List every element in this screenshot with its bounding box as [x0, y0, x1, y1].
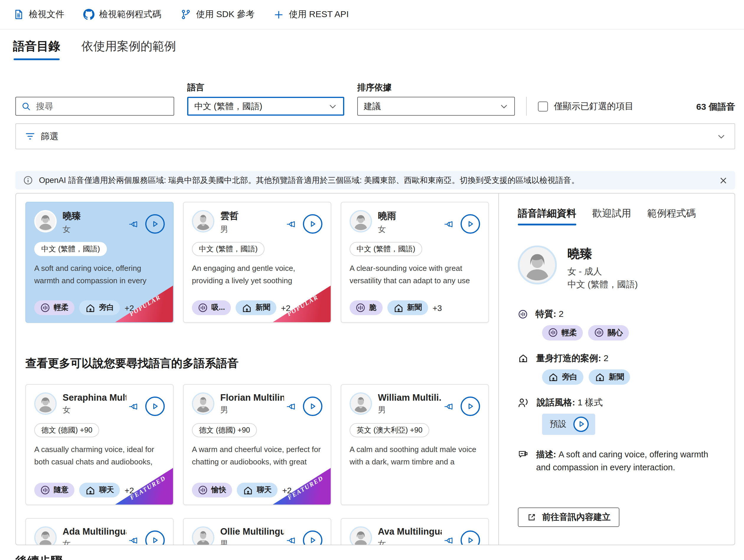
- go-to-audio-content-creation-button[interactable]: 前往音訊內容建立: [518, 508, 620, 527]
- pin-icon[interactable]: [443, 218, 454, 229]
- tab-voice-details[interactable]: 語音詳細資料: [518, 207, 576, 226]
- pin-icon[interactable]: [286, 535, 296, 545]
- chevron-down-icon[interactable]: [717, 132, 726, 141]
- close-icon[interactable]: [719, 176, 728, 185]
- play-button[interactable]: [145, 530, 165, 545]
- tab-samples-by-use-case[interactable]: 依使用案例的範例: [81, 38, 176, 60]
- voice-gender: 女: [63, 224, 81, 235]
- language-select[interactable]: 中文 (繁體，國語): [187, 97, 344, 116]
- sort-value: 建議: [364, 101, 381, 112]
- filter-label: 篩選: [41, 131, 59, 142]
- pin-icon[interactable]: [128, 218, 139, 229]
- voice-card-seraphina[interactable]: Seraphina Mult... 女 德文 (德國) +90 A casual…: [25, 384, 174, 505]
- play-button[interactable]: [145, 397, 165, 416]
- play-icon: [466, 219, 475, 228]
- voice-name: Seraphina Mult...: [63, 392, 126, 403]
- voice-icon: [518, 309, 528, 319]
- chevron-down-icon: [499, 102, 509, 111]
- top-toolbar: 檢視文件 檢視範例程式碼 使用 SDK 參考 使用 REST API: [0, 0, 744, 30]
- voice-card-grid-row3: Ada Multilingual 女 Ollie Multilingual: [25, 518, 489, 545]
- controls-row: . 語言 中文 (繁體，國語) 排序依據 建議 僅顯示已釘選的項目 63: [0, 82, 744, 116]
- play-button[interactable]: [460, 397, 480, 416]
- scenario-chip: 聊天: [237, 483, 277, 497]
- sort-select[interactable]: 建議: [357, 97, 515, 116]
- play-button[interactable]: [460, 530, 480, 545]
- language-chip: 德文 (德國) +90: [192, 423, 257, 437]
- voice-gender: 男: [220, 405, 284, 415]
- plus-icon: [273, 9, 284, 20]
- search-box: [15, 97, 174, 116]
- voice-gender: 女: [63, 405, 126, 415]
- trait-chip: 關心: [588, 325, 629, 340]
- home-person-icon: [85, 485, 96, 495]
- voice-card-grid-row1: 曉臻 女 中文 (繁體，國語) A soft and caring voice,…: [25, 202, 489, 323]
- pin-icon[interactable]: [128, 401, 139, 411]
- avatar: [192, 526, 214, 545]
- voice-gender: 男: [220, 539, 284, 545]
- language-label: 語言: [187, 82, 344, 93]
- view-docs-link[interactable]: 檢視文件: [13, 9, 64, 20]
- tab-try-it[interactable]: 歡迎試用: [592, 207, 631, 226]
- voice-card-yunzhe[interactable]: 雲哲 男 中文 (繁體，國語) An engaging and gentle v…: [183, 202, 331, 323]
- language-chip: 中文 (繁體，國語): [349, 242, 422, 256]
- voice-card-florian[interactable]: Florian Multilin... 男 德文 (德國) +90 A warm…: [183, 384, 331, 505]
- scenario-chip: 新聞: [387, 301, 428, 315]
- tab-voice-gallery[interactable]: 語音目錄: [13, 38, 60, 60]
- info-banner-text: OpenAI 語音僅適用於兩個服務區域: 瑞典中部及美國中北部。其他預覽語音適用…: [39, 175, 579, 186]
- sdk-reference-link[interactable]: 使用 SDK 參考: [180, 9, 255, 20]
- voice-card-william[interactable]: William Multili... 男 英文 (澳大利亞) +90 A cal…: [341, 384, 489, 505]
- voice-description: A clear-sounding voice with great versat…: [349, 262, 480, 288]
- rest-api-label: 使用 REST API: [289, 9, 349, 20]
- play-icon: [308, 219, 317, 228]
- voice-card-ava[interactable]: Ava Multilingual 女: [341, 518, 489, 545]
- tab-sample-code[interactable]: 範例程式碼: [647, 207, 696, 226]
- play-button[interactable]: [145, 214, 165, 234]
- voice-icon: [40, 485, 50, 495]
- language-chip: 英文 (澳大利亞) +90: [349, 423, 430, 437]
- play-icon: [466, 402, 475, 411]
- rest-api-link[interactable]: 使用 REST API: [273, 9, 349, 20]
- voice-card-ollie[interactable]: Ollie Multilingual 男: [183, 518, 331, 545]
- sort-label: 排序依據: [357, 82, 515, 93]
- voice-gallery-page: 檢視文件 檢視範例程式碼 使用 SDK 參考 使用 REST API 語音目錄 …: [0, 0, 744, 560]
- voice-card-xiaoyu[interactable]: 曉雨 女 中文 (繁體，國語) A clear-sounding voice w…: [341, 202, 489, 323]
- play-button[interactable]: [303, 214, 323, 234]
- voice-cards-area: 曉臻 女 中文 (繁體，國語) A soft and caring voice,…: [16, 194, 499, 545]
- play-button[interactable]: [303, 530, 323, 545]
- more-tags-label: +2: [124, 303, 134, 313]
- voice-name: William Multili...: [378, 392, 442, 403]
- voice-name: 曉臻: [567, 245, 638, 262]
- play-icon: [151, 402, 159, 411]
- play-button[interactable]: [460, 214, 480, 234]
- home-person-icon: [243, 485, 253, 495]
- search-input[interactable]: [36, 102, 168, 111]
- scenario-chip: 聊天: [79, 483, 120, 497]
- filter-bar[interactable]: 篩選: [15, 123, 735, 149]
- details-tabs: 語音詳細資料 歡迎試用 範例程式碼: [518, 207, 720, 226]
- voice-card-ada[interactable]: Ada Multilingual 女: [25, 518, 174, 545]
- pin-icon[interactable]: [286, 218, 296, 229]
- filter-icon: [25, 131, 35, 142]
- play-icon: [151, 536, 159, 545]
- pinned-only-checkbox[interactable]: [538, 101, 548, 111]
- view-sample-code-link[interactable]: 檢視範例程式碼: [83, 9, 161, 20]
- branch-icon: [180, 9, 191, 20]
- avatar: [349, 526, 372, 545]
- play-style-button[interactable]: [573, 416, 589, 432]
- play-button[interactable]: [303, 397, 323, 416]
- scenario-chip: 旁白: [79, 301, 120, 315]
- more-tags-label: +2: [124, 485, 134, 495]
- voice-icon: [594, 327, 604, 337]
- avatar: [349, 210, 372, 233]
- voice-card-xiaozhen[interactable]: 曉臻 女 中文 (繁體，國語) A soft and caring voice,…: [25, 202, 174, 323]
- pin-icon[interactable]: [443, 535, 454, 545]
- pin-icon[interactable]: [128, 535, 139, 545]
- pin-icon[interactable]: [286, 401, 296, 411]
- view-sample-code-label: 檢視範例程式碼: [99, 9, 161, 20]
- pin-icon[interactable]: [443, 401, 454, 411]
- voice-profile: 曉臻 女 - 成人 中文 (繁體，國語): [518, 245, 720, 291]
- divider: [526, 97, 527, 116]
- voice-gender-age: 女 - 成人: [567, 265, 638, 278]
- language-chip: 中文 (繁體，國語): [34, 242, 107, 256]
- language-chip: 德文 (德國) +90: [34, 423, 100, 437]
